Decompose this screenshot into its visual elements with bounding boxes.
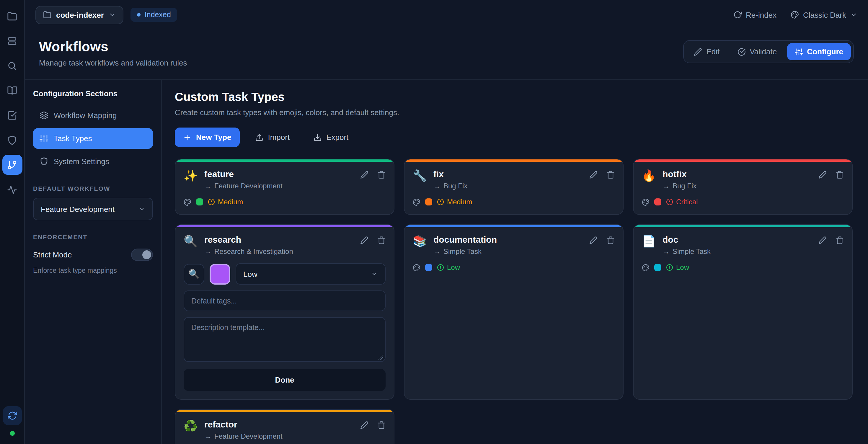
task-workflow-name: Bug Fix — [443, 182, 467, 190]
card-footer: Low — [642, 263, 844, 272]
card-body: 🔥hotfix→Bug FixCritical — [633, 162, 852, 214]
task-emoji: ✨ — [184, 169, 199, 183]
reindex-label: Re-index — [746, 10, 776, 19]
chevron-down-icon — [108, 11, 116, 18]
description-template-textarea[interactable] — [184, 317, 385, 362]
rail-item-check-square[interactable] — [2, 105, 22, 125]
edit-task-type-button[interactable] — [818, 171, 827, 179]
refresh-icon — [733, 11, 742, 19]
card-titles: documentation→Simple Task — [433, 234, 497, 256]
task-type-toolbar: New Type Import Export — [175, 128, 852, 147]
type-color-dot — [425, 264, 432, 271]
export-button[interactable]: Export — [305, 128, 356, 147]
task-emoji: ♻️ — [184, 419, 199, 433]
icon-rail — [0, 0, 25, 444]
check-circle-icon — [737, 47, 745, 56]
task-name: doc — [662, 234, 711, 245]
task-type-card-documentation: 📚documentation→Simple TaskLow — [404, 224, 624, 400]
sliders-icon — [795, 47, 803, 56]
page-header-titles: Workflows Manage task workflows and vali… — [39, 39, 187, 67]
palette-icon — [642, 198, 650, 206]
card-accent-bar — [175, 159, 394, 162]
default-workflow-select[interactable]: Feature Development — [33, 198, 153, 220]
project-selector[interactable]: code-indexer — [35, 6, 123, 24]
rail-item-search[interactable] — [2, 56, 22, 75]
config-section-system-settings[interactable]: System Settings — [33, 151, 153, 172]
card-actions — [589, 169, 615, 179]
rail-item-git-branch[interactable] — [2, 155, 22, 175]
card-head: ✨feature→Feature Development — [184, 169, 385, 190]
config-section-workflow-mapping[interactable]: Workflow Mapping — [33, 105, 153, 126]
edit-task-type-button[interactable] — [589, 171, 597, 179]
priority-select[interactable]: Low — [236, 263, 385, 285]
card-accent-bar — [633, 225, 852, 227]
card-body: 🔍research→Research & Investigation🔍LowDo… — [175, 227, 394, 399]
config-section-task-types[interactable]: Task Types — [33, 128, 153, 149]
rail-nav — [2, 6, 22, 204]
edit-task-type-button[interactable] — [360, 236, 368, 245]
emoji-picker-button[interactable]: 🔍 — [184, 264, 204, 284]
theme-selector[interactable]: Classic Dark — [790, 10, 857, 19]
task-workflow: →Bug Fix — [433, 182, 467, 190]
priority-label: Medium — [447, 198, 472, 206]
reindex-button[interactable]: Re-index — [733, 10, 776, 19]
color-swatch-button[interactable] — [210, 264, 230, 284]
delete-task-type-button[interactable] — [377, 421, 385, 429]
task-workflow: →Feature Development — [204, 182, 283, 190]
task-workflow: →Simple Task — [433, 247, 497, 256]
type-color-dot — [425, 198, 432, 205]
configure-button[interactable]: Configure — [787, 43, 851, 60]
task-emoji: 🔍 — [184, 234, 199, 249]
page-subtitle: Manage task workflows and validation rul… — [39, 59, 187, 67]
card-actions — [360, 419, 385, 429]
card-titles: doc→Simple Task — [662, 234, 711, 256]
task-workflow: →Bug Fix — [662, 182, 696, 190]
edit-task-type-button[interactable] — [818, 236, 827, 245]
priority-label: Low — [447, 263, 460, 272]
new-type-button[interactable]: New Type — [175, 128, 240, 147]
rail-item-book[interactable] — [2, 80, 22, 100]
rail-item-rows[interactable] — [2, 31, 22, 51]
edit-task-type-button[interactable] — [360, 421, 368, 429]
rail-item-shield[interactable] — [2, 130, 22, 150]
done-button[interactable]: Done — [184, 369, 385, 391]
edit-task-type-button[interactable] — [589, 236, 597, 245]
arrow-right-icon: → — [204, 182, 211, 190]
chevron-down-icon — [850, 11, 857, 18]
task-type-card-feature: ✨feature→Feature DevelopmentMedium — [175, 159, 395, 215]
page-title: Workflows — [39, 39, 187, 55]
delete-task-type-button[interactable] — [377, 236, 385, 245]
strict-mode-toggle[interactable] — [131, 249, 153, 261]
delete-task-type-button[interactable] — [607, 236, 615, 245]
edit-task-type-button[interactable] — [360, 171, 368, 179]
task-type-editor: 🔍LowDone — [184, 263, 385, 391]
default-tags-input[interactable] — [184, 290, 385, 311]
task-type-card-doc: 📄doc→Simple TaskLow — [633, 224, 852, 400]
strict-mode-label: Strict Mode — [33, 250, 72, 259]
arrow-right-icon: → — [662, 182, 670, 190]
delete-task-type-button[interactable] — [836, 171, 844, 179]
card-actions — [818, 234, 844, 245]
task-workflow-name: Research & Investigation — [214, 247, 293, 256]
task-workflow: →Simple Task — [662, 247, 711, 256]
delete-task-type-button[interactable] — [836, 236, 844, 245]
task-workflow: →Feature Development — [204, 432, 283, 440]
card-actions — [818, 169, 844, 179]
validate-button[interactable]: Validate — [730, 43, 784, 60]
delete-task-type-button[interactable] — [377, 171, 385, 179]
edit-button[interactable]: Edit — [686, 43, 727, 60]
task-workflow-name: Feature Development — [214, 432, 283, 440]
task-name: research — [204, 234, 293, 245]
section-title: Custom Task Types — [175, 90, 852, 104]
sync-button[interactable] — [3, 406, 22, 425]
card-accent-bar — [175, 225, 394, 227]
import-button[interactable]: Import — [247, 128, 298, 147]
priority-label: Critical — [676, 198, 698, 206]
chevron-down-icon — [371, 271, 378, 278]
rail-bottom — [3, 406, 22, 436]
rail-item-folder[interactable] — [2, 6, 22, 26]
arrow-right-icon: → — [662, 247, 670, 256]
delete-task-type-button[interactable] — [607, 171, 615, 179]
card-actions — [589, 234, 615, 245]
rail-item-activity[interactable] — [2, 180, 22, 199]
